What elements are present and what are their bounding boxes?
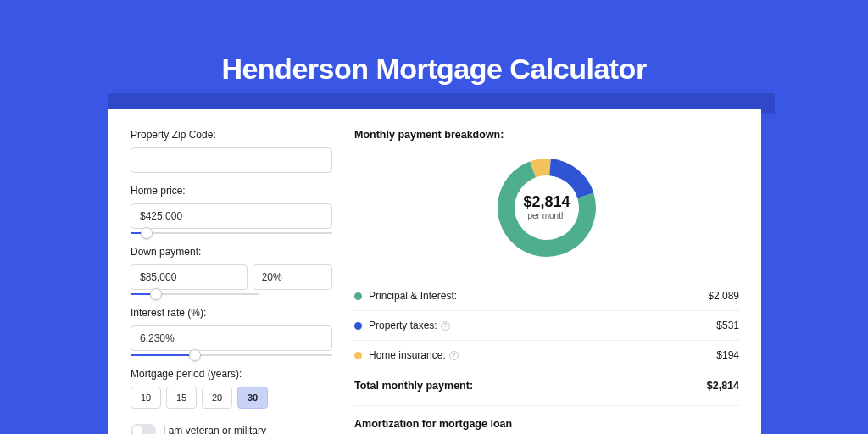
zip-label: Property Zip Code:: [131, 129, 332, 141]
slider-thumb[interactable]: [189, 349, 201, 361]
page-title: Henderson Mortgage Calculator: [0, 53, 868, 86]
home-price-label: Home price:: [131, 185, 332, 197]
legend-row: Principal & Interest:$2,089: [354, 281, 739, 311]
legend: Principal & Interest:$2,089Property taxe…: [354, 281, 739, 370]
veteran-label: I am veteran or military: [163, 425, 266, 434]
legend-label: Property taxes:?: [369, 320, 716, 331]
down-payment-label: Down payment:: [131, 246, 332, 258]
amortization-title: Amortization for mortgage loan: [354, 418, 739, 430]
zip-input[interactable]: [131, 147, 332, 173]
legend-value: $2,089: [708, 290, 739, 302]
down-payment-slider[interactable]: [131, 293, 259, 295]
interest-field-group: Interest rate (%):: [131, 307, 332, 356]
help-icon[interactable]: ?: [449, 351, 459, 360]
zip-field-group: Property Zip Code:: [131, 129, 332, 173]
donut-center-sub: per month: [527, 211, 565, 220]
total-value: $2,814: [707, 380, 739, 392]
calculator-panel: Property Zip Code: Home price: Down paym…: [108, 108, 761, 434]
legend-row: Property taxes:?$531: [354, 311, 739, 341]
amortization-section: Amortization for mortgage loan Amortizat…: [354, 405, 739, 434]
total-label: Total monthly payment:: [354, 380, 707, 392]
period-option-10[interactable]: 10: [131, 387, 161, 409]
home-price-input[interactable]: [131, 203, 332, 229]
legend-label: Home insurance:?: [369, 349, 716, 361]
help-icon[interactable]: ?: [441, 321, 450, 331]
donut-chart: $2,814 per month: [354, 153, 739, 263]
legend-label: Principal & Interest:: [369, 290, 708, 302]
breakdown-title: Monthly payment breakdown:: [354, 129, 739, 141]
down-payment-field-group: Down payment:: [131, 246, 332, 295]
donut-center-value: $2,814: [523, 193, 570, 210]
interest-label: Interest rate (%):: [131, 307, 332, 319]
home-price-field-group: Home price:: [131, 185, 332, 234]
veteran-toggle-row: I am veteran or military: [131, 424, 332, 434]
donut-slice: [549, 159, 593, 198]
interest-slider[interactable]: [131, 354, 332, 356]
form-column: Property Zip Code: Home price: Down paym…: [131, 129, 332, 434]
period-option-15[interactable]: 15: [166, 387, 197, 409]
veteran-toggle[interactable]: [131, 424, 156, 434]
slider-thumb[interactable]: [141, 227, 153, 239]
total-row: Total monthly payment: $2,814: [354, 370, 739, 405]
legend-value: $194: [716, 349, 739, 361]
legend-dot-icon: [354, 292, 362, 300]
toggle-knob: [132, 426, 142, 434]
period-option-30[interactable]: 30: [237, 387, 268, 409]
down-payment-percent-input[interactable]: [253, 264, 332, 290]
period-label: Mortgage period (years):: [131, 368, 332, 380]
home-price-slider[interactable]: [131, 232, 332, 234]
breakdown-column: Monthly payment breakdown: $2,814 per mo…: [354, 129, 739, 434]
down-payment-amount-input[interactable]: [131, 264, 248, 290]
slider-thumb[interactable]: [150, 288, 162, 300]
legend-dot-icon: [354, 322, 362, 330]
legend-row: Home insurance:?$194: [354, 341, 739, 370]
legend-value: $531: [716, 320, 739, 331]
interest-input[interactable]: [131, 326, 332, 351]
legend-dot-icon: [354, 352, 362, 359]
period-option-20[interactable]: 20: [202, 387, 232, 409]
period-field-group: Mortgage period (years): 10152030: [131, 368, 332, 409]
